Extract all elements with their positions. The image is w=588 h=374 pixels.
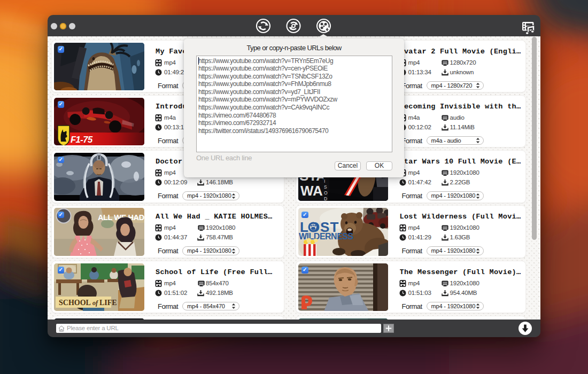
svg-text:D: D	[324, 196, 327, 201]
svg-text:SCHOOL of LIFE: SCHOOL of LIFE	[59, 299, 117, 307]
svg-text:I: I	[324, 178, 325, 184]
svg-text:WA: WA	[300, 183, 323, 199]
svg-text:O: O	[324, 190, 328, 196]
svg-text:F1-75: F1-75	[71, 135, 93, 144]
svg-text:S: S	[324, 184, 327, 190]
